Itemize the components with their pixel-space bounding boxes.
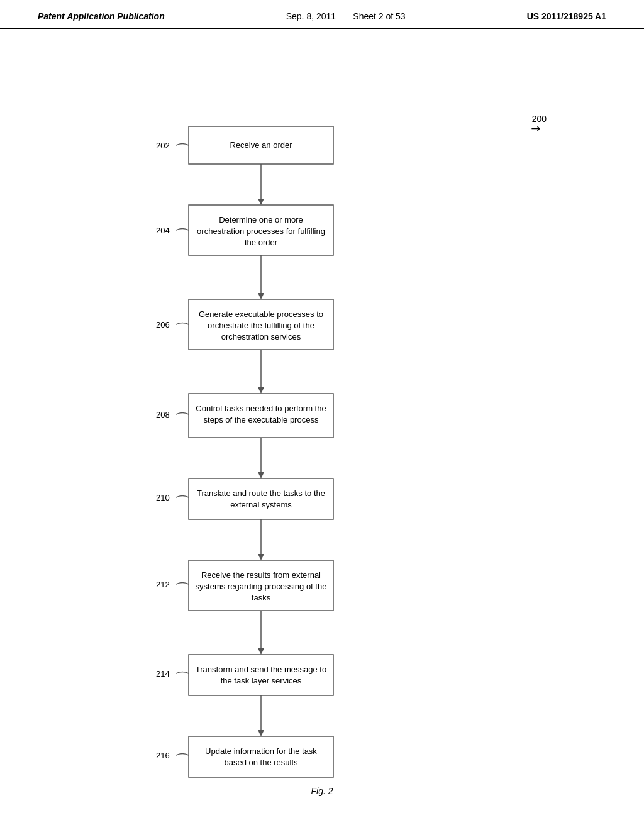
svg-text:systems regarding processing o: systems regarding processing of the [196, 582, 327, 591]
header-publication-label: Patent Application Publication [38, 11, 165, 21]
svg-rect-34 [189, 655, 333, 695]
svg-text:Control tasks needed to perfor: Control tasks needed to perform the [196, 404, 326, 413]
svg-text:Update information for the tas: Update information for the task [205, 746, 317, 756]
svg-marker-9 [258, 554, 264, 560]
svg-text:steps of the executable proces: steps of the executable process [204, 415, 319, 424]
svg-text:Determine one or more: Determine one or more [219, 215, 303, 224]
svg-text:Transform and send the message: Transform and send the message to [196, 665, 326, 674]
svg-text:216: 216 [156, 751, 170, 760]
diagram-area: 200 ↙ [0, 29, 644, 809]
svg-text:external systems: external systems [230, 500, 292, 509]
svg-text:Receive an order: Receive an order [230, 140, 293, 150]
svg-marker-5 [258, 387, 264, 394]
svg-text:206: 206 [156, 320, 170, 329]
svg-text:based on the results: based on the results [224, 758, 298, 767]
svg-marker-1 [258, 199, 264, 205]
flowchart-svg: Receive an order Determine one or more o… [0, 29, 644, 809]
svg-text:210: 210 [156, 493, 170, 502]
header-sheet: Sheet 2 of 53 [353, 11, 405, 21]
svg-marker-7 [258, 472, 264, 479]
svg-rect-37 [189, 736, 333, 777]
svg-text:orchestration processes for fu: orchestration processes for fulfilling [197, 226, 325, 236]
page: Patent Application Publication Sep. 8, 2… [0, 0, 644, 830]
svg-text:orchestrate the fulfilling of : orchestrate the fulfilling of the [208, 321, 314, 330]
svg-text:Receive the results from exter: Receive the results from external [201, 570, 321, 580]
svg-text:208: 208 [156, 410, 170, 419]
svg-text:214: 214 [156, 669, 170, 678]
svg-rect-27 [189, 479, 333, 519]
svg-text:Translate and route the tasks : Translate and route the tasks to the [197, 489, 325, 498]
header-date: Sep. 8, 2011 Sheet 2 of 53 [286, 11, 406, 21]
page-header: Patent Application Publication Sep. 8, 2… [0, 0, 644, 29]
header-patent-number: US 2011/218925 A1 [527, 11, 606, 21]
svg-text:the order: the order [245, 238, 278, 247]
svg-text:the task layer services: the task layer services [221, 676, 302, 685]
svg-text:Generate executable processes : Generate executable processes to [199, 309, 323, 319]
svg-marker-11 [258, 648, 264, 655]
svg-text:212: 212 [156, 580, 170, 589]
svg-marker-13 [258, 730, 264, 736]
svg-text:204: 204 [156, 226, 170, 235]
svg-text:202: 202 [156, 141, 170, 150]
svg-marker-3 [258, 293, 264, 299]
figure-label: Fig. 2 [311, 786, 333, 796]
svg-text:orchestration services: orchestration services [221, 332, 301, 341]
svg-text:tasks: tasks [252, 593, 271, 602]
